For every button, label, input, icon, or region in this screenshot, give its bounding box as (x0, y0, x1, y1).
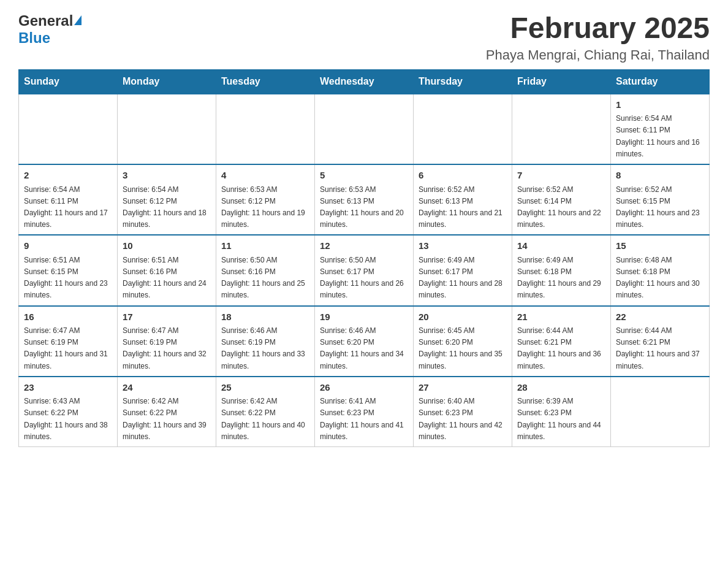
day-number: 18 (221, 310, 309, 324)
day-info: Sunrise: 6:43 AM Sunset: 6:22 PM Dayligh… (24, 396, 112, 443)
day-number: 7 (517, 169, 605, 183)
day-info: Sunrise: 6:46 AM Sunset: 6:19 PM Dayligh… (221, 325, 309, 372)
calendar-cell: 10Sunrise: 6:51 AM Sunset: 6:16 PM Dayli… (118, 235, 216, 305)
logo: General Blue (18, 12, 82, 47)
title-block: February 2025 Phaya Mengrai, Chiang Rai,… (486, 12, 710, 63)
day-number: 11 (221, 239, 309, 253)
calendar-cell: 27Sunrise: 6:40 AM Sunset: 6:23 PM Dayli… (414, 377, 512, 447)
calendar-cell: 13Sunrise: 6:49 AM Sunset: 6:17 PM Dayli… (414, 235, 512, 305)
calendar-cell: 28Sunrise: 6:39 AM Sunset: 6:23 PM Dayli… (512, 377, 611, 447)
day-number: 24 (123, 381, 211, 395)
day-info: Sunrise: 6:49 AM Sunset: 6:18 PM Dayligh… (517, 255, 605, 302)
calendar-cell (512, 94, 611, 164)
day-number: 9 (24, 239, 112, 253)
week-row-3: 9Sunrise: 6:51 AM Sunset: 6:15 PM Daylig… (19, 235, 710, 305)
day-info: Sunrise: 6:48 AM Sunset: 6:18 PM Dayligh… (616, 255, 704, 302)
calendar-cell: 22Sunrise: 6:44 AM Sunset: 6:21 PM Dayli… (611, 306, 710, 377)
day-info: Sunrise: 6:52 AM Sunset: 6:15 PM Dayligh… (616, 184, 704, 231)
week-row-4: 16Sunrise: 6:47 AM Sunset: 6:19 PM Dayli… (19, 306, 710, 377)
calendar-cell: 23Sunrise: 6:43 AM Sunset: 6:22 PM Dayli… (19, 377, 118, 447)
week-row-1: 1Sunrise: 6:54 AM Sunset: 6:11 PM Daylig… (19, 94, 710, 164)
day-info: Sunrise: 6:40 AM Sunset: 6:23 PM Dayligh… (419, 396, 507, 443)
calendar-cell: 4Sunrise: 6:53 AM Sunset: 6:12 PM Daylig… (216, 164, 315, 235)
day-number: 6 (419, 169, 507, 183)
header-thursday: Thursday (414, 69, 512, 94)
calendar-cell: 14Sunrise: 6:49 AM Sunset: 6:18 PM Dayli… (512, 235, 611, 305)
day-number: 4 (221, 169, 309, 183)
day-info: Sunrise: 6:54 AM Sunset: 6:11 PM Dayligh… (616, 113, 704, 160)
header-wednesday: Wednesday (315, 69, 414, 94)
day-info: Sunrise: 6:51 AM Sunset: 6:15 PM Dayligh… (24, 255, 112, 302)
header-saturday: Saturday (611, 69, 710, 94)
day-number: 20 (419, 310, 507, 324)
calendar-cell: 26Sunrise: 6:41 AM Sunset: 6:23 PM Dayli… (315, 377, 414, 447)
calendar-cell (216, 94, 315, 164)
logo-triangle-icon (74, 15, 82, 25)
logo-blue-text: Blue (18, 29, 50, 46)
header-friday: Friday (512, 69, 611, 94)
day-info: Sunrise: 6:42 AM Sunset: 6:22 PM Dayligh… (123, 396, 211, 443)
day-number: 10 (123, 239, 211, 253)
day-number: 13 (419, 239, 507, 253)
calendar-cell (611, 377, 710, 447)
calendar-cell: 16Sunrise: 6:47 AM Sunset: 6:19 PM Dayli… (19, 306, 118, 377)
day-number: 19 (320, 310, 408, 324)
calendar-cell: 12Sunrise: 6:50 AM Sunset: 6:17 PM Dayli… (315, 235, 414, 305)
calendar-table: SundayMondayTuesdayWednesdayThursdayFrid… (18, 69, 710, 447)
day-info: Sunrise: 6:42 AM Sunset: 6:22 PM Dayligh… (221, 396, 309, 443)
logo-general-text: General (18, 12, 73, 29)
header-row: SundayMondayTuesdayWednesdayThursdayFrid… (19, 69, 710, 94)
day-number: 14 (517, 239, 605, 253)
calendar-cell: 19Sunrise: 6:46 AM Sunset: 6:20 PM Dayli… (315, 306, 414, 377)
header-sunday: Sunday (19, 69, 118, 94)
day-info: Sunrise: 6:41 AM Sunset: 6:23 PM Dayligh… (320, 396, 408, 443)
day-number: 22 (616, 310, 704, 324)
day-number: 21 (517, 310, 605, 324)
calendar-cell: 6Sunrise: 6:52 AM Sunset: 6:13 PM Daylig… (414, 164, 512, 235)
calendar-cell: 5Sunrise: 6:53 AM Sunset: 6:13 PM Daylig… (315, 164, 414, 235)
day-info: Sunrise: 6:45 AM Sunset: 6:20 PM Dayligh… (419, 325, 507, 372)
calendar-cell (414, 94, 512, 164)
day-info: Sunrise: 6:47 AM Sunset: 6:19 PM Dayligh… (24, 325, 112, 372)
calendar-cell (118, 94, 216, 164)
day-number: 25 (221, 381, 309, 395)
day-info: Sunrise: 6:50 AM Sunset: 6:16 PM Dayligh… (221, 255, 309, 302)
day-info: Sunrise: 6:50 AM Sunset: 6:17 PM Dayligh… (320, 255, 408, 302)
day-number: 27 (419, 381, 507, 395)
day-number: 3 (123, 169, 211, 183)
week-row-2: 2Sunrise: 6:54 AM Sunset: 6:11 PM Daylig… (19, 164, 710, 235)
calendar-cell: 8Sunrise: 6:52 AM Sunset: 6:15 PM Daylig… (611, 164, 710, 235)
day-info: Sunrise: 6:47 AM Sunset: 6:19 PM Dayligh… (123, 325, 211, 372)
calendar-cell (315, 94, 414, 164)
day-number: 17 (123, 310, 211, 324)
day-info: Sunrise: 6:54 AM Sunset: 6:12 PM Dayligh… (123, 184, 211, 231)
day-number: 26 (320, 381, 408, 395)
day-info: Sunrise: 6:52 AM Sunset: 6:13 PM Dayligh… (419, 184, 507, 231)
page-header: General Blue February 2025 Phaya Mengrai… (18, 12, 710, 63)
day-number: 23 (24, 381, 112, 395)
day-number: 28 (517, 381, 605, 395)
day-number: 15 (616, 239, 704, 253)
calendar-cell: 17Sunrise: 6:47 AM Sunset: 6:19 PM Dayli… (118, 306, 216, 377)
day-info: Sunrise: 6:44 AM Sunset: 6:21 PM Dayligh… (517, 325, 605, 372)
calendar-cell: 15Sunrise: 6:48 AM Sunset: 6:18 PM Dayli… (611, 235, 710, 305)
day-number: 1 (616, 98, 704, 112)
calendar-cell: 1Sunrise: 6:54 AM Sunset: 6:11 PM Daylig… (611, 94, 710, 164)
day-info: Sunrise: 6:53 AM Sunset: 6:13 PM Dayligh… (320, 184, 408, 231)
calendar-cell (19, 94, 118, 164)
header-monday: Monday (118, 69, 216, 94)
day-info: Sunrise: 6:51 AM Sunset: 6:16 PM Dayligh… (123, 255, 211, 302)
calendar-cell: 18Sunrise: 6:46 AM Sunset: 6:19 PM Dayli… (216, 306, 315, 377)
header-tuesday: Tuesday (216, 69, 315, 94)
week-row-5: 23Sunrise: 6:43 AM Sunset: 6:22 PM Dayli… (19, 377, 710, 447)
calendar-body: 1Sunrise: 6:54 AM Sunset: 6:11 PM Daylig… (19, 94, 710, 447)
calendar-cell: 2Sunrise: 6:54 AM Sunset: 6:11 PM Daylig… (19, 164, 118, 235)
month-title: February 2025 (486, 12, 710, 45)
calendar-cell: 9Sunrise: 6:51 AM Sunset: 6:15 PM Daylig… (19, 235, 118, 305)
day-number: 2 (24, 169, 112, 183)
day-info: Sunrise: 6:52 AM Sunset: 6:14 PM Dayligh… (517, 184, 605, 231)
calendar-header: SundayMondayTuesdayWednesdayThursdayFrid… (19, 69, 710, 94)
calendar-cell: 21Sunrise: 6:44 AM Sunset: 6:21 PM Dayli… (512, 306, 611, 377)
day-info: Sunrise: 6:54 AM Sunset: 6:11 PM Dayligh… (24, 184, 112, 231)
day-info: Sunrise: 6:44 AM Sunset: 6:21 PM Dayligh… (616, 325, 704, 372)
